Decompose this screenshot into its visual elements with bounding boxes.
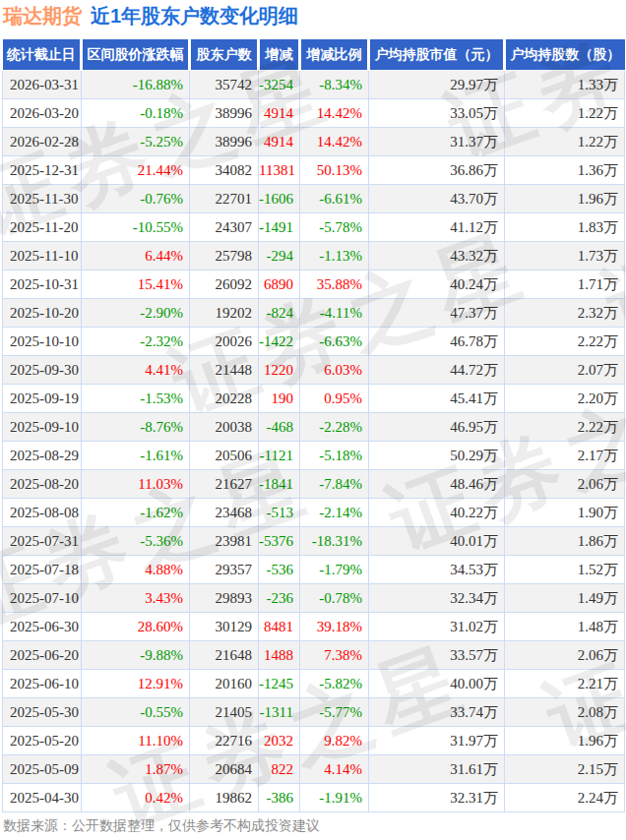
cell-col3: 29357 — [190, 556, 259, 584]
cell-col4: 1220 — [259, 356, 300, 385]
cell-col5: -5.78% — [300, 213, 369, 242]
cell-col5: 35.88% — [300, 270, 369, 299]
cell-col2: -5.36% — [82, 527, 190, 556]
cell-col3: 22716 — [190, 727, 259, 755]
cell-col4: 2032 — [259, 727, 300, 755]
cell-col1: 2026-03-31 — [3, 71, 82, 99]
cell-col6: 33.05万 — [369, 99, 505, 128]
table-row: 2025-07-184.88%29357-536-1.79%34.53万1.52… — [3, 556, 625, 584]
cell-col5: -8.34% — [300, 71, 369, 99]
cell-col5: -6.63% — [300, 328, 369, 356]
table-row: 2025-08-29-1.61%20506-1121-5.18%50.29万2.… — [3, 442, 625, 470]
cell-col1: 2026-03-20 — [3, 99, 82, 128]
cell-col1: 2025-06-20 — [3, 641, 82, 670]
cell-col4: -824 — [259, 299, 300, 328]
cell-col2: 1.87% — [82, 755, 190, 784]
cell-col1: 2025-06-10 — [3, 670, 82, 698]
cell-col1: 2025-09-10 — [3, 413, 82, 442]
table-row: 2026-02-28-5.25%38996491414.42%31.37万1.2… — [3, 128, 625, 156]
cell-col3: 29893 — [190, 584, 259, 613]
cell-col6: 47.37万 — [369, 299, 505, 328]
cell-col4: 822 — [259, 755, 300, 784]
cell-col2: -8.76% — [82, 413, 190, 442]
cell-col7: 2.22万 — [505, 328, 625, 356]
cell-col6: 45.41万 — [369, 385, 505, 413]
cell-col7: 1.48万 — [505, 613, 625, 641]
cell-col6: 29.97万 — [369, 71, 505, 99]
cell-col7: 2.20万 — [505, 385, 625, 413]
cell-col6: 44.72万 — [369, 356, 505, 385]
cell-col7: 2.06万 — [505, 641, 625, 670]
cell-col5: -0.78% — [300, 584, 369, 613]
cell-col5: -7.84% — [300, 470, 369, 499]
cell-col1: 2025-06-30 — [3, 613, 82, 641]
cell-col3: 20160 — [190, 670, 259, 698]
table-row: 2026-03-20-0.18%38996491414.42%33.05万1.2… — [3, 99, 625, 128]
cell-col2: -2.90% — [82, 299, 190, 328]
cell-col6: 36.86万 — [369, 156, 505, 185]
cell-col7: 1.22万 — [505, 128, 625, 156]
cell-col2: 4.41% — [82, 356, 190, 385]
cell-col6: 40.00万 — [369, 670, 505, 698]
column-header-2: 区间股价涨跌幅 — [82, 39, 190, 71]
header-row: 统计截止日区间股价涨跌幅股东户数增减增减比例户均持股市值（元）户均持股数（股） — [3, 39, 625, 71]
cell-col7: 1.96万 — [505, 185, 625, 213]
table-body: 2026-03-31-16.88%35742-3254-8.34%29.97万1… — [3, 71, 625, 812]
table-row: 2025-05-091.87%206848224.14%31.61万2.15万 — [3, 755, 625, 784]
cell-col2: -0.55% — [82, 698, 190, 727]
cell-col5: -18.31% — [300, 527, 369, 556]
cell-col7: 1.96万 — [505, 727, 625, 755]
cell-col5: 39.18% — [300, 613, 369, 641]
cell-col4: 11381 — [259, 156, 300, 185]
cell-col7: 1.22万 — [505, 99, 625, 128]
cell-col7: 2.15万 — [505, 755, 625, 784]
table-row: 2025-09-10-8.76%20038-468-2.28%46.95万2.2… — [3, 413, 625, 442]
cell-col6: 46.95万 — [369, 413, 505, 442]
cell-col3: 35742 — [190, 71, 259, 99]
column-header-4: 增减 — [259, 39, 300, 71]
table-header: 统计截止日区间股价涨跌幅股东户数增减增减比例户均持股市值（元）户均持股数（股） — [3, 39, 625, 71]
table-row: 2025-06-3028.60%30129848139.18%31.02万1.4… — [3, 613, 625, 641]
cell-col7: 1.36万 — [505, 156, 625, 185]
cell-col2: -1.62% — [82, 499, 190, 527]
cell-col6: 33.57万 — [369, 641, 505, 670]
cell-col3: 21627 — [190, 470, 259, 499]
page-title: 瑞达期货近1年股东户数变化明细 — [3, 3, 298, 29]
cell-col2: -16.88% — [82, 71, 190, 99]
cell-col4: -1121 — [259, 442, 300, 470]
cell-col6: 46.78万 — [369, 328, 505, 356]
cell-col1: 2025-08-29 — [3, 442, 82, 470]
cell-col1: 2025-04-30 — [3, 784, 82, 812]
cell-col1: 2025-10-20 — [3, 299, 82, 328]
cell-col7: 2.07万 — [505, 356, 625, 385]
cell-col5: 0.95% — [300, 385, 369, 413]
cell-col1: 2025-09-30 — [3, 356, 82, 385]
cell-col2: -10.55% — [82, 213, 190, 242]
cell-col7: 2.17万 — [505, 442, 625, 470]
cell-col7: 1.86万 — [505, 527, 625, 556]
company-name: 瑞达期货 — [3, 5, 82, 27]
cell-col2: -0.18% — [82, 99, 190, 128]
cell-col5: 7.38% — [300, 641, 369, 670]
cell-col5: -5.77% — [300, 698, 369, 727]
cell-col1: 2025-11-20 — [3, 213, 82, 242]
table-row: 2025-08-08-1.62%23468-513-2.14%40.22万1.9… — [3, 499, 625, 527]
table-row: 2025-05-2011.10%2271620329.82%31.97万1.96… — [3, 727, 625, 755]
cell-col1: 2025-11-10 — [3, 242, 82, 270]
cell-col3: 38996 — [190, 128, 259, 156]
cell-col3: 20506 — [190, 442, 259, 470]
cell-col5: -1.13% — [300, 242, 369, 270]
table-row: 2025-06-1012.91%20160-1245-5.82%40.00万2.… — [3, 670, 625, 698]
cell-col5: -5.18% — [300, 442, 369, 470]
cell-col2: -9.88% — [82, 641, 190, 670]
cell-col3: 20684 — [190, 755, 259, 784]
data-source-note: 数据来源：公开数据整理，仅供参考不构成投资建议 — [3, 817, 320, 835]
cell-col3: 26092 — [190, 270, 259, 299]
cell-col7: 1.49万 — [505, 584, 625, 613]
column-header-3: 股东户数 — [190, 39, 259, 71]
cell-col4: 4914 — [259, 99, 300, 128]
cell-col7: 1.73万 — [505, 242, 625, 270]
cell-col5: -4.11% — [300, 299, 369, 328]
cell-col4: 1488 — [259, 641, 300, 670]
cell-col3: 20038 — [190, 413, 259, 442]
